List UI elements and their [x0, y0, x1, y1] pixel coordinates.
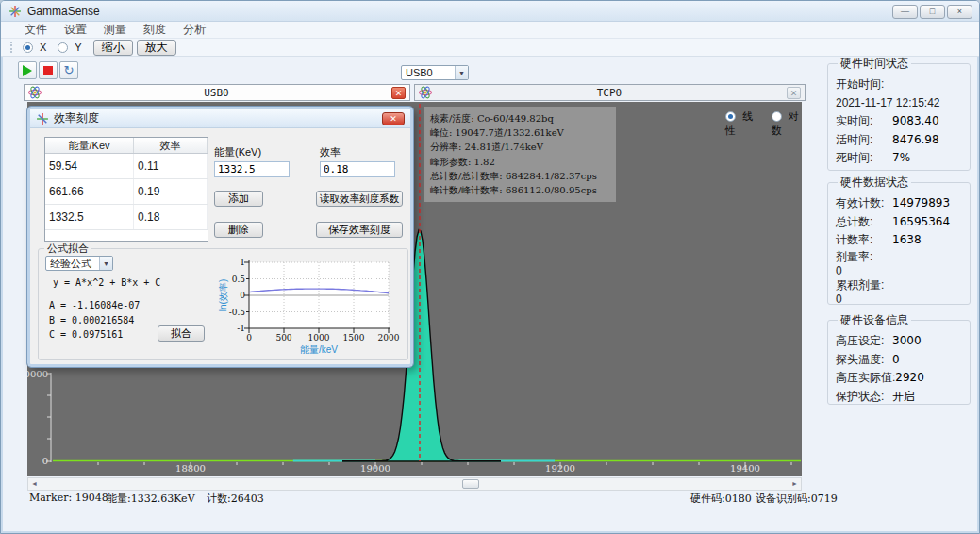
axis-x-radio[interactable]: [23, 42, 33, 53]
linear-scale-radio[interactable]: [725, 111, 736, 122]
window-title: GammaSense: [27, 5, 100, 18]
spectrum-tab-icon: [28, 86, 42, 99]
count-rate-value: 1638: [892, 231, 922, 250]
y-axis-bottom-label: 0: [42, 456, 48, 466]
tab-usb0[interactable]: USB0 ✕: [24, 84, 410, 101]
group-title: 硬件数据状态: [838, 175, 911, 191]
scrollbar-thumb[interactable]: [462, 479, 479, 489]
real-time-value: 9083.40: [892, 112, 939, 131]
x-axis-label: 18800: [175, 463, 206, 474]
menu-measure[interactable]: 测量: [95, 22, 135, 38]
refresh-button[interactable]: ↻: [59, 61, 78, 79]
efficiency-field[interactable]: [320, 161, 395, 177]
svg-text:0: 0: [246, 333, 252, 342]
play-icon: [23, 65, 32, 76]
menu-settings[interactable]: 设置: [56, 22, 95, 38]
delete-button[interactable]: 删除: [214, 222, 263, 238]
status-hardware-code: 硬件码:0180: [690, 492, 752, 506]
start-button[interactable]: [18, 61, 37, 79]
x-axis-label: 19200: [545, 463, 575, 474]
dialog-close-button[interactable]: ✕: [382, 112, 405, 125]
overlay-peak-counts: 峰计数/峰计数率: 686112.0/80.95cps: [430, 183, 609, 197]
close-button[interactable]: ×: [947, 5, 972, 19]
read-coefficients-button[interactable]: 读取效率刻度系数: [316, 191, 403, 207]
coefficient-a: A = -1.16084e-07: [49, 300, 140, 310]
formula-select[interactable]: 经验公式 ▼: [45, 256, 113, 271]
menu-calibration[interactable]: 刻度: [135, 22, 174, 38]
table-row[interactable]: 661.66 0.19: [45, 179, 208, 205]
overlay-nuclide: 核素/活度: Co-60/449.82bq: [430, 111, 609, 125]
group-title: 硬件时间状态: [838, 56, 911, 72]
tab-tcp0-close-icon[interactable]: ✕: [787, 87, 801, 99]
hv-setting-value: 3000: [892, 332, 922, 351]
formula-text: y = A*x^2 + B*x + C: [53, 277, 160, 288]
dose-rate-value: 0: [836, 264, 842, 278]
svg-text:1500: 1500: [343, 333, 365, 342]
total-counts-value: 16595364: [892, 213, 950, 232]
live-time-value: 8476.98: [892, 131, 939, 150]
overlay-total-counts: 总计数/总计数率: 684284.1/82.37cps: [430, 169, 609, 183]
energy-field[interactable]: [214, 161, 290, 177]
hardware-sidebar: 硬件时间状态 开始时间: 2021-11-17 12:15:42 实时间:908…: [818, 46, 978, 533]
device-select[interactable]: USB0 ▼: [401, 65, 469, 80]
overlay-peak-shape: 峰形参数: 1.82: [430, 155, 609, 169]
hardware-data-status-group: 硬件数据状态 有效计数:14979893 总计数:16595364 计数率:16…: [827, 175, 971, 305]
total-counts-label: 总计数:: [836, 213, 892, 232]
table-header-efficiency: 效率: [134, 138, 208, 153]
zoom-out-button[interactable]: 缩小: [93, 40, 133, 56]
formula-select-value: 经验公式: [46, 257, 99, 271]
probe-temp-value: 0: [892, 351, 900, 370]
tab-tcp0[interactable]: TCP0 ✕: [414, 84, 806, 101]
save-calibration-button[interactable]: 保存效率刻度: [316, 222, 403, 238]
hardware-time-status-group: 硬件时间状态 开始时间: 2021-11-17 12:15:42 实时间:908…: [827, 56, 971, 171]
table-row[interactable]: 1332.5 0.18: [45, 205, 208, 230]
fit-button[interactable]: 拟合: [158, 325, 205, 342]
real-time-label: 实时间:: [836, 112, 892, 131]
svg-text:-1: -1: [237, 324, 245, 333]
axis-x-label: X: [40, 42, 46, 53]
coefficient-c: C = 0.0975161: [49, 329, 123, 340]
status-energy: 能量:1332.63KeV: [107, 492, 195, 506]
zoom-in-button[interactable]: 放大: [137, 40, 176, 56]
log-scale-radio[interactable]: [772, 111, 782, 122]
tab-usb0-label: USB0: [42, 87, 391, 99]
menu-analysis[interactable]: 分析: [174, 22, 214, 38]
tab-usb0-close-icon[interactable]: ✕: [391, 87, 406, 99]
svg-text:1000: 1000: [308, 333, 330, 342]
start-time-label: 开始时间:: [836, 75, 892, 94]
stop-icon: [43, 66, 53, 75]
hardware-device-info-group: 硬件设备信息 高压设定:3000 探头温度:0 高压实际值:2920 保护状态:…: [827, 312, 971, 405]
calibration-table[interactable]: 能量/Kev 效率 59.54 0.11 661.66 0.19 1332.5 …: [44, 137, 208, 242]
svg-text:2000: 2000: [378, 333, 400, 342]
x-axis-label: 19000: [360, 463, 390, 474]
axis-y-radio[interactable]: [58, 42, 68, 53]
hv-actual-value: 2920: [895, 369, 924, 388]
probe-temp-label: 探头温度:: [836, 351, 892, 370]
svg-text:0: 0: [240, 291, 245, 300]
table-row[interactable]: 59.54 0.11: [45, 154, 208, 179]
formula-fit-title: 公式拟合: [44, 242, 91, 256]
stop-button[interactable]: [39, 61, 58, 79]
add-button[interactable]: 添加: [214, 191, 263, 207]
x-axis-label: 19400: [730, 463, 760, 474]
refresh-icon: ↻: [64, 65, 75, 76]
fit-curve-chart: 1 0.5 0 -0.5 -1 0 500 1000 1500 2000 ln(…: [215, 247, 407, 359]
device-select-value: USB0: [402, 67, 455, 78]
axis-y-label: Y: [75, 42, 81, 53]
tab-tcp0-label: TCP0: [432, 87, 787, 99]
menu-bar: 文件 设置 测量 刻度 分析: [1, 22, 979, 39]
minimize-button[interactable]: —: [892, 5, 918, 19]
status-marker: Marker: 19048: [29, 492, 108, 504]
scroll-left-icon[interactable]: ◄: [28, 478, 41, 490]
svg-text:-0.5: -0.5: [229, 308, 246, 317]
toolbar-grip: [10, 42, 13, 53]
horizontal-scrollbar[interactable]: ◄ ►: [27, 477, 802, 491]
table-header-energy: 能量/Kev: [45, 138, 134, 153]
maximize-button[interactable]: □: [920, 5, 945, 19]
menu-file[interactable]: 文件: [16, 22, 56, 38]
dialog-title-bar[interactable]: 效率刻度 ✕: [30, 109, 410, 128]
efficiency-field-label: 效率: [320, 145, 341, 159]
protection-state-label: 保护状态:: [836, 388, 892, 407]
scroll-right-icon[interactable]: ►: [789, 478, 801, 490]
title-bar: GammaSense — □ ×: [1, 1, 979, 22]
